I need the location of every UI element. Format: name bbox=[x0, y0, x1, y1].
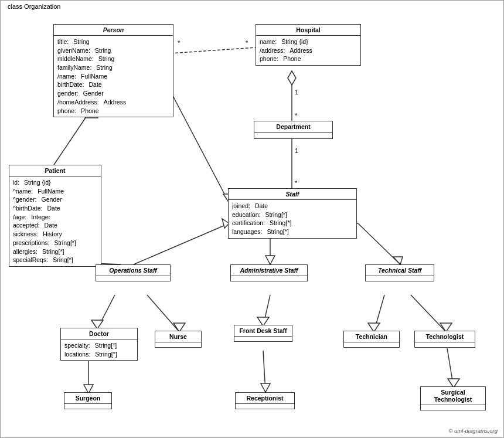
class-receptionist-header: Receptionist bbox=[236, 393, 294, 404]
class-receptionist-body bbox=[236, 404, 294, 409]
svg-line-33 bbox=[411, 295, 446, 332]
class-ops-staff: Operations Staff bbox=[96, 264, 171, 281]
svg-text:*: * bbox=[295, 112, 298, 119]
class-department-body bbox=[254, 133, 332, 138]
class-admin-staff-header: Administrative Staff bbox=[231, 265, 307, 276]
class-patient: Patient id:String {id} ^name:FullName ^g… bbox=[9, 165, 101, 267]
svg-line-10 bbox=[54, 109, 91, 165]
svg-line-12 bbox=[171, 91, 229, 203]
class-technologist-body bbox=[415, 342, 475, 347]
class-staff-header: Staff bbox=[229, 189, 356, 200]
svg-text:*: * bbox=[178, 39, 181, 46]
class-surgeon: Surgeon bbox=[64, 392, 112, 409]
class-nurse-header: Nurse bbox=[155, 331, 201, 342]
svg-marker-20 bbox=[265, 256, 275, 264]
svg-marker-38 bbox=[261, 383, 270, 392]
class-hospital: Hospital name:String {id} /address:Addre… bbox=[256, 24, 361, 66]
class-nurse-body bbox=[155, 342, 201, 347]
class-staff: Staff joined:Date education:String[*] ce… bbox=[228, 188, 357, 239]
svg-line-31 bbox=[374, 295, 384, 332]
class-front-desk-header: Front Desk Staff bbox=[234, 325, 292, 337]
class-receptionist: Receptionist bbox=[235, 392, 295, 409]
diagram-title: class Organization bbox=[5, 3, 63, 10]
class-hospital-header: Hospital bbox=[256, 25, 360, 36]
class-surgeon-header: Surgeon bbox=[64, 393, 111, 404]
svg-line-27 bbox=[147, 295, 179, 332]
svg-marker-4 bbox=[288, 71, 296, 85]
svg-line-39 bbox=[447, 348, 454, 388]
svg-line-23 bbox=[358, 223, 400, 264]
class-person-body: title:String givenName:String middleName… bbox=[54, 36, 173, 117]
class-admin-staff: Administrative Staff bbox=[230, 264, 308, 281]
class-technician: Technician bbox=[343, 331, 400, 348]
svg-text:*: * bbox=[246, 39, 248, 46]
svg-line-25 bbox=[97, 295, 115, 329]
diagram-container: class Organization * * 1 * 1 * * * bbox=[0, 0, 504, 438]
svg-text:1: 1 bbox=[295, 147, 298, 154]
class-person: Person title:String givenName:String mid… bbox=[53, 24, 173, 117]
class-doctor-body: specialty:String[*] locations:String[*] bbox=[61, 339, 137, 360]
class-ops-staff-header: Operations Staff bbox=[96, 265, 170, 276]
class-patient-header: Patient bbox=[9, 165, 101, 176]
class-tech-staff-header: Technical Staff bbox=[366, 265, 434, 276]
class-nurse: Nurse bbox=[155, 331, 202, 348]
class-technician-header: Technician bbox=[344, 331, 399, 342]
class-tech-staff: Technical Staff bbox=[365, 264, 434, 281]
class-surgical-tech: Surgical Technologist bbox=[420, 386, 486, 410]
class-doctor-header: Doctor bbox=[61, 328, 137, 339]
class-person-header: Person bbox=[54, 25, 173, 36]
copyright: © uml-diagrams.org bbox=[448, 427, 498, 434]
class-hospital-body: name:String {id} /address:Address phone:… bbox=[256, 36, 360, 65]
class-technician-body bbox=[344, 342, 399, 347]
class-ops-staff-body bbox=[96, 276, 170, 281]
class-technologist-header: Technologist bbox=[415, 331, 475, 342]
class-technologist: Technologist bbox=[414, 331, 475, 348]
class-doctor: Doctor specialty:String[*] locations:Str… bbox=[60, 328, 138, 361]
class-department-header: Department bbox=[254, 121, 332, 133]
class-front-desk: Front Desk Staff bbox=[234, 325, 292, 342]
class-patient-body: id:String {id} ^name:FullName ^gender:Ge… bbox=[9, 176, 101, 266]
svg-line-29 bbox=[263, 295, 270, 326]
svg-marker-24 bbox=[393, 257, 403, 264]
svg-text:*: * bbox=[295, 179, 298, 186]
class-admin-staff-body bbox=[231, 276, 307, 281]
class-surgical-tech-header: Surgical Technologist bbox=[421, 387, 485, 405]
svg-line-0 bbox=[171, 47, 256, 53]
class-surgical-tech-body bbox=[421, 405, 485, 410]
class-staff-body: joined:Date education:String[*] certific… bbox=[229, 200, 356, 238]
svg-line-17 bbox=[134, 223, 229, 264]
class-department: Department bbox=[254, 121, 333, 139]
class-tech-staff-body bbox=[366, 276, 434, 281]
svg-line-37 bbox=[263, 351, 265, 392]
svg-text:1: 1 bbox=[295, 89, 298, 96]
class-surgeon-body bbox=[64, 404, 111, 409]
class-front-desk-body bbox=[234, 337, 292, 341]
